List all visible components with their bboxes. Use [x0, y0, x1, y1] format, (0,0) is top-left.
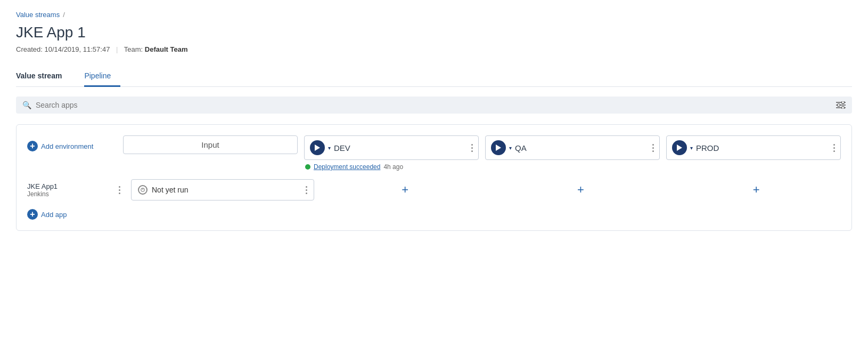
meta-divider: |	[116, 45, 118, 53]
qa-chevron-icon[interactable]: ▾	[509, 145, 512, 151]
dev-column: ▾ DEV Deployment succeeded 4h ago	[304, 135, 479, 171]
input-env-label: Input	[201, 140, 219, 149]
app-sub: Jenkins	[27, 190, 112, 198]
page-meta: Created: 10/14/2019, 11:57:47 | Team: De…	[16, 45, 852, 53]
add-environment-label: Add environment	[41, 142, 93, 150]
breadcrumb-separator: /	[63, 11, 65, 19]
dev-play-button[interactable]	[310, 140, 325, 155]
prod-add-cell: +	[672, 183, 841, 197]
prod-add-button[interactable]: +	[753, 183, 760, 197]
dev-status-time: 4h ago	[383, 163, 403, 171]
input-env-header: Input	[123, 135, 298, 154]
search-icon: 🔍	[22, 101, 31, 109]
qa-column: ▾ QA	[485, 135, 660, 171]
prod-play-button[interactable]	[672, 140, 687, 155]
not-yet-run-icon	[138, 185, 148, 195]
breadcrumb-link[interactable]: Value streams	[16, 11, 60, 19]
qa-dots-menu[interactable]	[652, 144, 654, 152]
svg-point-4	[838, 104, 840, 107]
not-yet-run-text: Not yet run	[152, 186, 188, 194]
qa-env-name: QA	[515, 143, 649, 153]
team-name: Default Team	[145, 45, 188, 53]
tab-value-stream[interactable]: Value stream	[16, 66, 71, 87]
add-app-icon: +	[27, 209, 38, 220]
tabs-container: Value stream Pipeline	[16, 66, 852, 87]
dev-deployment-link[interactable]: Deployment succeeded	[314, 163, 380, 171]
app-name: JKE App1	[27, 182, 112, 190]
input-cell: Not yet run	[131, 179, 314, 200]
input-column: Input	[123, 135, 298, 171]
created-label: Created:	[16, 45, 43, 53]
dev-dots-menu[interactable]	[471, 144, 473, 152]
prod-dots-menu[interactable]	[833, 144, 835, 152]
created-date: 10/14/2019, 11:57:47	[45, 45, 110, 53]
qa-play-button[interactable]	[491, 140, 506, 155]
svg-marker-6	[315, 145, 320, 151]
prod-env-header: ▾ PROD	[666, 135, 841, 160]
pipeline-area: + Add environment Input ▾	[16, 124, 852, 231]
input-cell-dots[interactable]	[306, 186, 307, 194]
page-title: JKE App 1	[16, 24, 852, 41]
pipeline-header: + Add environment Input ▾	[27, 135, 841, 171]
add-app-label: Add app	[41, 211, 67, 219]
svg-marker-8	[677, 145, 682, 151]
breadcrumb: Value streams /	[16, 11, 852, 19]
dev-env-name: DEV	[334, 143, 468, 153]
qa-add-button[interactable]: +	[577, 183, 584, 197]
qa-add-cell: +	[496, 183, 666, 197]
prod-env-name: PROD	[696, 143, 830, 153]
dev-chevron-icon[interactable]: ▾	[328, 145, 331, 151]
svg-point-5	[842, 107, 845, 109]
app-row-dots[interactable]	[119, 186, 120, 194]
search-input[interactable]	[36, 101, 832, 109]
prod-chevron-icon[interactable]: ▾	[690, 145, 693, 151]
dev-env-header: ▾ DEV	[304, 135, 479, 160]
env-columns: Input ▾ DEV	[123, 135, 841, 171]
add-environment-link[interactable]: + Add environment	[27, 135, 112, 151]
app-row: JKE App1 Jenkins Not yet run +	[27, 179, 841, 200]
dev-env-status: Deployment succeeded 4h ago	[304, 163, 479, 171]
dev-status-dot	[305, 164, 310, 170]
svg-point-3	[842, 101, 845, 104]
search-bar: 🔍	[16, 97, 852, 114]
prod-column: ▾ PROD	[666, 135, 841, 171]
add-environment-icon: +	[27, 141, 38, 151]
add-app-link[interactable]: + Add app	[27, 209, 841, 220]
page-container: Value streams / JKE App 1 Created: 10/14…	[0, 0, 868, 361]
app-info: JKE App1 Jenkins	[27, 182, 112, 198]
svg-marker-7	[496, 145, 501, 151]
tab-pipeline[interactable]: Pipeline	[84, 66, 120, 87]
filter-button[interactable]	[836, 101, 846, 109]
dev-add-cell: +	[321, 183, 490, 197]
qa-env-header: ▾ QA	[485, 135, 660, 160]
dev-add-button[interactable]: +	[402, 183, 408, 197]
team-label: Team:	[124, 45, 143, 53]
